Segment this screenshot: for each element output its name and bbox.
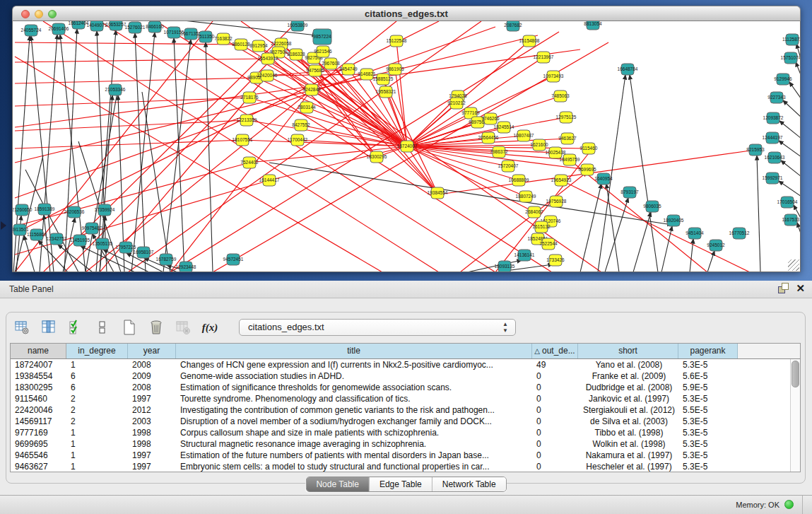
cell-in-degree[interactable]: 1 (66, 461, 128, 472)
tab-node-table[interactable]: Node Table (306, 477, 369, 491)
network-node[interactable]: 1615132 (532, 221, 551, 233)
network-node[interactable]: 7522544 (539, 238, 558, 250)
network-node[interactable]: 9806035 (643, 201, 661, 212)
network-node[interactable]: 12342757 (47, 233, 67, 245)
table-row[interactable]: 946362711997Embryonic stem cells: a mode… (11, 461, 800, 472)
network-node[interactable]: 18495759 (560, 154, 580, 165)
cell-name[interactable]: 9699695 (11, 438, 66, 450)
network-node[interactable]: 9746266 (481, 113, 500, 124)
network-node[interactable]: 9245012 (707, 240, 725, 251)
cell-pagerank[interactable]: 5.3E-5 (678, 461, 738, 472)
cell-out-de-[interactable]: 0 (532, 370, 578, 382)
network-node[interactable]: 12923448 (176, 262, 196, 271)
network-node[interactable]: 9857224 (313, 29, 331, 45)
column-header-name[interactable]: name (11, 344, 66, 358)
table-row[interactable]: 911546021997Tourette syndrome. Phenomeno… (11, 393, 800, 404)
cell-short[interactable]: Jankovic et al. (1997) (578, 393, 678, 404)
network-node[interactable]: 18920405 (664, 215, 684, 226)
cell-out-de-[interactable]: 0 (532, 382, 578, 393)
cell-name[interactable]: 19384554 (11, 370, 66, 382)
table-settings-icon[interactable] (13, 318, 31, 337)
close-panel-icon[interactable]: ✕ (796, 283, 805, 293)
network-node[interactable]: 16053809 (288, 21, 308, 31)
network-window-titlebar[interactable]: citations_edges.txt (12, 6, 801, 21)
new-column-icon[interactable] (120, 318, 139, 337)
network-node[interactable]: 9699695 (578, 164, 596, 175)
column-visibility-icon[interactable] (66, 318, 85, 337)
cell-short[interactable]: Dudbridge et al. (2008) (578, 382, 678, 393)
table-row[interactable]: 1830029562008Estimation of significance … (11, 382, 800, 393)
table-header-row[interactable]: namein_degreeyeartitle△out_de...shortpag… (11, 344, 800, 359)
table-row[interactable]: 977716911998Corpus callosum shape and si… (11, 427, 800, 438)
cell-out-de-[interactable]: 0 (532, 438, 578, 450)
network-node[interactable]: 9621546 (314, 46, 332, 57)
network-node[interactable]: 21260650 (13, 204, 33, 216)
cell-in-degree[interactable]: 1 (66, 450, 128, 461)
network-node[interactable]: 24055724 (21, 25, 42, 36)
column-header-title[interactable]: title (176, 344, 532, 358)
column-header-in-degree[interactable]: in_degree (66, 344, 128, 358)
cell-title[interactable]: Genome-wide association studies in ADHD. (176, 370, 532, 382)
cell-title[interactable]: Embryonic stem cells: a model to study s… (176, 461, 532, 472)
cell-in-degree[interactable]: 2 (66, 393, 128, 404)
network-node[interactable]: 20691406 (49, 23, 69, 35)
network-node[interactable]: 15720407 (498, 160, 519, 172)
cell-in-degree[interactable]: 1 (66, 359, 128, 370)
cell-year[interactable]: 1998 (128, 438, 176, 450)
network-node[interactable]: 9227343 (767, 92, 786, 103)
network-node[interactable]: 8860128 (232, 39, 250, 50)
cell-pagerank[interactable]: 5.5E-5 (678, 404, 738, 416)
table-row[interactable]: 2242004622012Investigating the contribut… (11, 404, 800, 416)
network-node[interactable]: 19384554 (428, 187, 448, 199)
cell-out-de-[interactable]: 0 (532, 427, 578, 438)
cell-short[interactable]: Wolkin et al. (1998) (578, 438, 678, 450)
cell-pagerank[interactable]: 5.3E-5 (678, 359, 738, 370)
network-node[interactable]: 18807249 (516, 191, 536, 202)
network-node[interactable]: 1733426 (546, 255, 565, 266)
network-node[interactable]: 18300295 (367, 151, 387, 163)
float-panel-icon[interactable] (778, 283, 789, 293)
cell-short[interactable]: de Silva et al. (2003) (578, 416, 678, 427)
network-node[interactable]: 18591389 (35, 204, 55, 215)
cell-in-degree[interactable]: 6 (66, 382, 128, 393)
cell-out-de-[interactable]: 0 (532, 393, 578, 404)
column-chooser-icon[interactable] (40, 318, 58, 337)
node-attribute-table[interactable]: namein_degreeyeartitle△out_de...shortpag… (10, 343, 801, 472)
cell-in-degree[interactable]: 6 (66, 370, 128, 382)
network-node[interactable]: 1640954 (594, 173, 613, 185)
network-node[interactable]: 16612404 (69, 21, 89, 29)
cell-name[interactable]: 9115460 (11, 393, 66, 404)
cell-title[interactable]: Estimation of significance thresholds fo… (176, 382, 532, 393)
cell-year[interactable]: 2003 (128, 416, 176, 427)
cell-pagerank[interactable]: 5.3E-5 (678, 438, 738, 450)
network-view-window[interactable]: citations_edges.txt 24055724206914061661… (12, 6, 801, 272)
cell-year[interactable]: 2008 (128, 382, 176, 393)
network-node[interactable]: 16154808 (519, 35, 540, 47)
network-node[interactable]: 11700442 (288, 134, 308, 146)
cell-title[interactable]: Tourette syndrome. Phenomenology and cla… (176, 393, 532, 404)
table-row[interactable]: 1456911722003Disruption of a novel membe… (11, 416, 800, 427)
cell-pagerank[interactable]: 5.3E-5 (678, 416, 738, 427)
network-node[interactable]: 8215953 (746, 144, 765, 156)
cell-pagerank[interactable]: 5.9E-5 (678, 382, 738, 393)
network-node[interactable]: 12975125 (556, 112, 577, 123)
network-node[interactable]: 16782759 (156, 254, 177, 265)
network-node[interactable]: 12213359 (237, 115, 257, 126)
network-node[interactable]: 8466160 (146, 21, 164, 33)
network-node[interactable]: 21053346 (105, 84, 126, 95)
cell-name[interactable]: 9777169 (11, 427, 66, 438)
network-node[interactable]: 18245514 (494, 122, 514, 133)
network-node[interactable]: 8186328 (287, 49, 305, 60)
cell-short[interactable]: Franke et al. (2009) (578, 370, 678, 382)
network-node[interactable]: 2087682 (504, 21, 522, 31)
network-node[interactable]: 7163822 (214, 33, 233, 45)
tab-edge-table[interactable]: Edge Table (369, 477, 432, 491)
table-select-dropdown[interactable]: citations_edges.txt ▲▼ (239, 319, 516, 336)
network-node[interactable]: 8912954 (249, 40, 268, 52)
cell-title[interactable]: Disruption of a novel member of a sodium… (176, 416, 532, 427)
network-node[interactable]: 15276021 (125, 22, 146, 33)
cell-year[interactable]: 2012 (128, 404, 176, 416)
network-node[interactable]: 10807487 (514, 130, 534, 141)
network-node[interactable]: 8793197 (620, 187, 639, 198)
network-canvas[interactable]: 2405572420691406166124041404907110653257… (12, 21, 801, 272)
